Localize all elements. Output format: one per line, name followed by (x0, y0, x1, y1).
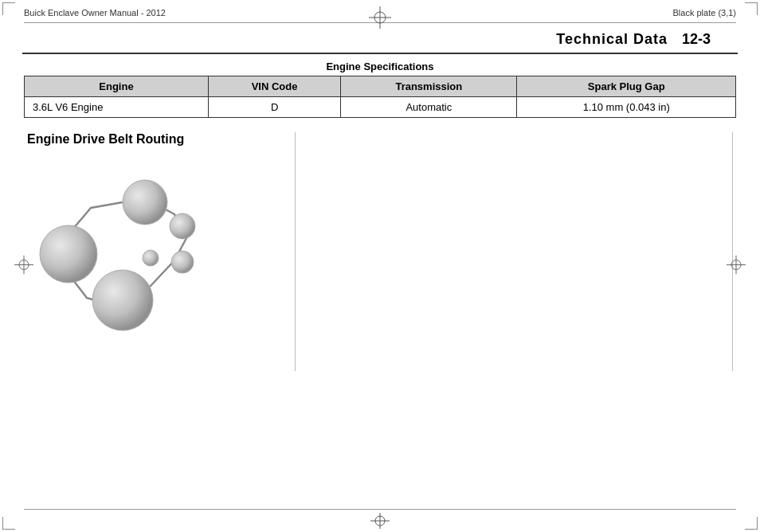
bottom-reg-mark (0, 510, 760, 532)
right-reg-mark (727, 256, 746, 277)
svg-point-11 (123, 180, 167, 225)
belt-diagram (27, 158, 295, 336)
table-row: 3.6L V6 Engine D Automatic 1.10 mm (0.04… (25, 97, 736, 118)
belt-right-panel (295, 132, 733, 371)
col-transmission: Transmission (341, 76, 517, 97)
left-reg-mark (14, 256, 33, 277)
page-title: Technical Data (556, 31, 668, 48)
svg-point-14 (143, 250, 159, 266)
header-left-text: Buick Enclave Owner Manual - 2012 (24, 8, 166, 18)
page-number: 12-3 (682, 31, 711, 48)
cell-transmission: Automatic (341, 97, 517, 118)
page-container: Buick Enclave Owner Manual - 2012 Black … (0, 0, 760, 532)
belt-diagram-svg (27, 158, 218, 334)
belt-section-title: Engine Drive Belt Routing (27, 132, 295, 147)
svg-point-10 (92, 270, 153, 331)
col-spark: Spark Plug Gap (517, 76, 736, 97)
svg-point-13 (171, 251, 194, 273)
col-vin: VIN Code (208, 76, 340, 97)
svg-point-12 (170, 213, 195, 239)
header-right-text: Black plate (3,1) (673, 8, 736, 18)
right-margin (733, 132, 760, 371)
cell-engine: 3.6L V6 Engine (25, 97, 209, 118)
cell-vin: D (208, 97, 340, 118)
col-engine: Engine (25, 76, 209, 97)
svg-point-9 (40, 225, 97, 283)
specs-table: Engine VIN Code Transmission Spark Plug … (24, 76, 736, 118)
header: Buick Enclave Owner Manual - 2012 Black … (0, 0, 760, 18)
cell-spark: 1.10 mm (0.043 in) (517, 97, 736, 118)
belt-left-panel: Engine Drive Belt Routing (0, 132, 295, 371)
header-center-reg (369, 6, 391, 31)
table-title: Engine Specifications (24, 61, 736, 72)
belt-routing-section: Engine Drive Belt Routing (0, 132, 760, 371)
page-footer (0, 509, 760, 532)
engine-specs-section: Engine Specifications Engine VIN Code Tr… (24, 54, 736, 118)
table-header-row: Engine VIN Code Transmission Spark Plug … (25, 76, 736, 97)
